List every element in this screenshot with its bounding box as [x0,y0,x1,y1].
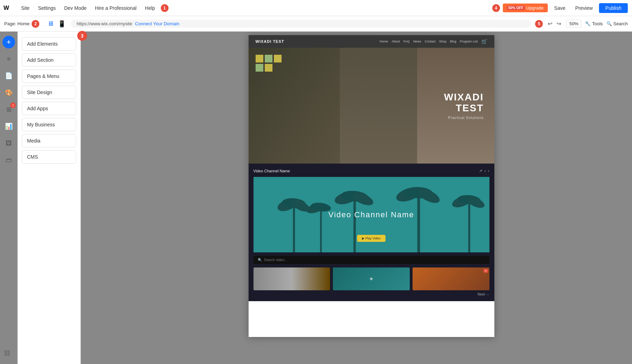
my-business-button[interactable]: My Business [22,118,76,131]
thumbnails-footer: Next → [254,292,489,296]
share-icon[interactable]: ↗ [479,168,482,173]
thumbnails-row: ✦ 5 [254,267,489,290]
hero-subtitle: Practical Solutions [444,115,483,119]
play-video-button[interactable]: ▶ Play Video [357,235,385,242]
zoom-control[interactable]: 50% [566,20,581,28]
site-nav-home[interactable]: Home [380,40,388,43]
save-button[interactable]: Save [551,4,569,13]
nav-items: Site Settings Dev Mode Hire a Profession… [18,4,169,12]
prev-icon[interactable]: ‹ [485,168,486,173]
page-label: Page: Home 2 [4,20,39,28]
tools-button[interactable]: 🔧 Tools [585,21,603,26]
wrench-icon: 🔧 [585,21,591,26]
video-search-input[interactable] [264,258,485,262]
site-cart-icon[interactable]: 🛒 [481,39,487,44]
site-header: WIXADI TEST Home About FAQ News Contact … [249,35,494,48]
thumbnail-2[interactable]: ✦ [333,267,410,290]
settings-menu[interactable]: Settings [34,4,59,12]
video-controls: ↗ ‹ › [479,168,489,173]
sticky-yellow-1 [256,55,263,62]
devmode-menu[interactable]: Dev Mode [61,4,90,12]
themes-icon-btn[interactable]: ≡ [2,53,15,65]
apps-badge: 2 [10,102,16,108]
add-element-icon-btn[interactable]: + [2,36,15,48]
second-bar: Page: Home 2 🖥 📱 https://www.wix.com/mys… [0,16,632,32]
search-button[interactable]: 🔍 Search [606,21,628,26]
hero-left [249,48,340,164]
site-nav-faq[interactable]: FAQ [403,40,410,43]
video-search-bar: 🔍 [254,256,489,264]
video-channel-name: Video Channel Name [254,169,290,173]
svg-text:W: W [4,5,9,11]
second-bar-right: 5 ↩ ↪ 50% 🔧 Tools 🔍 Search [535,19,628,28]
pages-menu-button[interactable]: Pages & Menu [22,70,76,83]
connect-domain-link[interactable]: Connect Your Domain [135,21,179,26]
upgrade-sale-badge: 50% OFF [507,6,525,10]
site-nav-news[interactable]: News [413,40,421,43]
sticky-green-1 [265,55,272,62]
site-preview: WIXADI TEST Home About FAQ News Contact … [249,35,494,337]
wix-logo: W [0,5,18,11]
undo-button[interactable]: ↩ [546,19,554,28]
sticky-green-2 [256,64,263,72]
next-icon[interactable]: › [488,168,489,173]
search-video-icon: 🔍 [258,258,262,262]
next-button[interactable]: Next → [478,292,489,296]
nav-right: 4 50% OFF Upgrade Save Preview Publish [492,3,632,13]
site-nav-contact[interactable]: Contact [424,40,435,43]
layers-panel-icon[interactable]: ⊟ [4,349,10,357]
desktop-view-icon[interactable]: 🖥 [46,19,55,29]
sticky-yellow-3 [265,64,272,72]
upgrade-button[interactable]: 50% OFF Upgrade [503,4,548,12]
add-section-button[interactable]: Add Section [22,53,76,67]
site-brand: WIXADI TEST [256,39,284,44]
notification-badge-3: 3 [77,31,87,41]
redo-button[interactable]: ↪ [555,19,562,28]
hero-text: WIXADITEST Practical Solutions [444,92,483,120]
site-nav-shop[interactable]: Shop [439,40,446,43]
site-url: https://www.wix.com/mysite [77,21,132,26]
site-menu[interactable]: Site [18,4,33,12]
pages-icon-btn[interactable]: 📄 [2,70,15,82]
page-name: Page: Home [4,21,29,26]
media-icon-btn[interactable]: 🖼 [2,137,15,150]
layers-icon: ⊟ [4,349,10,357]
video-overlay-text: Video Channel Name [328,210,414,219]
video-section: Video Channel Name ↗ ‹ › [249,164,494,301]
top-navigation: W Site Settings Dev Mode Hire a Professi… [0,0,632,16]
site-navigation: Home About FAQ News Contact Shop Blog Pr… [380,39,487,44]
apps-icon-container: ⊞ 2 [2,103,15,116]
publish-button[interactable]: Publish [599,3,628,13]
canvas-area: WIXADI TEST Home About FAQ News Contact … [81,32,632,364]
sticky-yellow-2 [274,55,282,62]
notification-badge-2: 2 [32,20,39,28]
hire-professional-menu[interactable]: Hire a Professional [92,4,140,12]
notification-badge-1[interactable]: 1 [161,4,169,12]
device-switcher: 🖥 📱 [46,19,67,29]
hero-people: WIXADITEST Practical Solutions [249,48,494,164]
video-player[interactable]: Video Channel Name ▶ Play Video [254,177,489,252]
thumbnail-1[interactable] [254,267,330,290]
hero-title: WIXADITEST [444,92,483,114]
add-apps-button[interactable]: Add Apps [22,102,76,115]
notification-badge-4: 4 [492,4,500,12]
design-icon-btn[interactable]: 🎨 [2,86,15,99]
help-menu[interactable]: Help [141,4,159,12]
thumbnail-3[interactable]: 5 [413,267,489,290]
cms-icon-btn[interactable]: 🗃 [2,154,15,166]
site-design-button[interactable]: Site Design [22,86,76,99]
site-nav-program[interactable]: Program List [460,40,478,43]
site-nav-about[interactable]: About [391,40,400,43]
cms-button[interactable]: CMS [22,150,76,164]
left-panel: Add Elements Add Section Pages & Menu Si… [18,32,81,364]
hero-center [340,48,417,164]
mobile-view-icon[interactable]: 📱 [57,19,67,29]
search-icon: 🔍 [606,21,612,26]
site-nav-blog[interactable]: Blog [450,40,456,43]
hero-right: WIXADITEST Practical Solutions [417,48,494,164]
add-elements-button[interactable]: Add Elements [22,37,76,51]
media-button[interactable]: Media [22,134,76,147]
sidebar-icons: + ≡ 📄 🎨 ⊞ 2 📊 🖼 🗃 [0,32,18,166]
preview-button[interactable]: Preview [572,4,596,13]
business-icon-btn[interactable]: 📊 [2,120,15,133]
